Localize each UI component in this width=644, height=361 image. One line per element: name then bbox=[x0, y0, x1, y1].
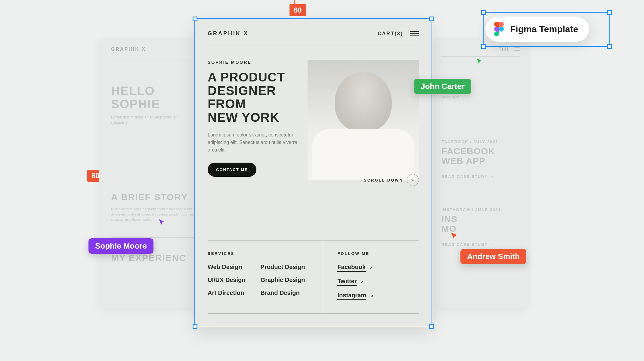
hero-title: A PRODUCT DESIGNER FROM NEW YORK bbox=[208, 71, 302, 124]
social-link-facebook[interactable]: Facebook bbox=[337, 264, 419, 272]
frame-header: GRAPHIK X CART(3) bbox=[208, 30, 419, 43]
scroll-label: SCROLL DOWN bbox=[364, 178, 403, 182]
divider bbox=[441, 200, 520, 200]
hello-body: Lorem ipsum dolor sit an adipiscing elit… bbox=[111, 114, 183, 126]
multiplayer-label-green: John Carter bbox=[414, 79, 471, 94]
multiplayer-cursor-purple bbox=[158, 219, 166, 228]
divider bbox=[441, 132, 520, 132]
arrow-up-right-icon bbox=[360, 280, 364, 284]
lorem-fragment: adipiscing elit. bbox=[441, 96, 520, 99]
figma-template-label: Figma Template bbox=[510, 24, 578, 34]
logo[interactable]: GRAPHIK X bbox=[208, 30, 249, 37]
chevron-right-icon bbox=[490, 243, 494, 247]
hero-body: Lorem ipsum dolor sit amet, consectetur … bbox=[208, 131, 302, 154]
story-body: Duis aute irure dolor in reprehenderit i… bbox=[111, 207, 195, 222]
services-follow-section: SERVICES Web Design UI/UX Design Art Dir… bbox=[208, 240, 419, 314]
scroll-indicator[interactable]: SCROLL DOWN bbox=[364, 174, 419, 186]
project-meta: INSTAGRAM / JUNE 2021 bbox=[441, 207, 520, 212]
resize-handle-tr[interactable] bbox=[607, 10, 612, 15]
resize-handle-br[interactable] bbox=[607, 44, 612, 49]
measurement-badge-top: 60 bbox=[289, 4, 306, 16]
project-title: INSMO bbox=[441, 214, 520, 233]
hamburger-icon bbox=[514, 47, 520, 51]
service-item: Art Direction bbox=[208, 289, 246, 296]
follow-label: FOLLOW ME bbox=[337, 251, 419, 256]
services-label: SERVICES bbox=[208, 251, 322, 256]
social-link-twitter[interactable]: Twitter bbox=[337, 278, 419, 286]
chevron-down-icon bbox=[407, 174, 419, 186]
figma-canvas[interactable]: 60 800 GRAPHIK X HELLOSOPHIE Lorem ipsum… bbox=[0, 0, 644, 361]
read-case-study-link[interactable]: READ CASE STUDY bbox=[441, 174, 520, 179]
chevron-right-icon bbox=[490, 175, 494, 179]
project-title: FACEBOOKWEB APP bbox=[441, 146, 520, 165]
service-item: Brand Design bbox=[261, 289, 305, 296]
multiplayer-cursor-orange bbox=[450, 232, 458, 241]
hero-portrait bbox=[308, 60, 419, 180]
eyebrow: SOPHIE MOORE bbox=[208, 60, 302, 65]
arrow-up-right-icon bbox=[369, 294, 374, 298]
service-item: Graphic Design bbox=[261, 277, 305, 283]
multiplayer-label-orange: Andrew Smith bbox=[460, 249, 526, 264]
multiplayer-cursor-green bbox=[475, 58, 483, 67]
cart-button[interactable]: CART(3) bbox=[378, 31, 403, 36]
multiplayer-label-purple: Sophie Moore bbox=[88, 238, 153, 254]
contact-button[interactable]: CONTACT ME bbox=[208, 163, 256, 177]
arrow-up-right-icon bbox=[369, 265, 373, 270]
figma-logo-icon bbox=[494, 22, 504, 36]
figma-template-pill[interactable]: Figma Template bbox=[485, 17, 589, 42]
hero-section: SOPHIE MOORE A PRODUCT DESIGNER FROM NEW… bbox=[208, 60, 419, 180]
service-item: Product Design bbox=[261, 264, 305, 271]
service-item: UI/UX Design bbox=[208, 277, 246, 283]
social-link-instagram[interactable]: Instagram bbox=[337, 292, 419, 300]
cart-fragment: T(3) bbox=[499, 47, 520, 51]
resize-handle-tl[interactable] bbox=[481, 10, 486, 15]
read-case-study-link[interactable]: READ CASE STUDY bbox=[441, 242, 520, 247]
hamburger-menu-button[interactable] bbox=[410, 31, 419, 36]
logo: GRAPHIK X bbox=[111, 47, 146, 52]
svg-point-0 bbox=[499, 27, 504, 32]
service-item: Web Design bbox=[208, 264, 246, 271]
project-meta: FACEBOOK / JULY 2021 bbox=[441, 139, 520, 144]
bg-frame-right[interactable]: T(3) adipiscing elit. FACEBOOK / JULY 20… bbox=[434, 38, 528, 308]
selected-frame[interactable]: GRAPHIK X CART(3) SOPHIE MOORE A PRODUCT… bbox=[195, 19, 432, 327]
